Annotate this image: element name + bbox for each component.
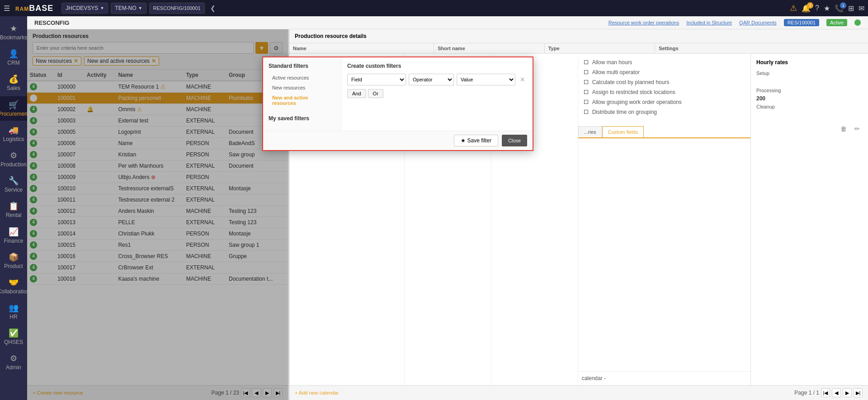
rate-tools: 🗑 ✏ [756,120,863,134]
qhses-icon: ✅ [9,328,19,338]
checkbox-multi-operator[interactable]: ☐ [584,69,589,75]
hourly-rates-title: Hourly rates [756,59,863,66]
filter-active-resources[interactable]: Active resources [269,73,336,83]
calendar-section: calendar - [578,371,750,385]
or-button[interactable]: Or [368,89,383,98]
hr-icon: 👥 [9,303,19,313]
resource-work-order-link[interactable]: Resource work order operations [609,20,679,25]
right-page-next-button[interactable]: ▶ [843,388,852,397]
sidebar-item-admin[interactable]: ⚙ Admin [0,350,27,374]
delete-rate-button[interactable]: 🗑 [838,123,849,134]
checkbox-distribute-time[interactable]: ☐ [584,109,589,115]
right-page-prev-button[interactable]: ◀ [832,388,841,397]
warning-icon: ⚠ [790,3,797,13]
right-page-first-button[interactable]: |◀ [821,388,830,397]
res-badge: RES/100001 [784,19,819,26]
sidebar-item-crm[interactable]: 👤 CRM [0,45,27,70]
logic-buttons: And Or [347,89,527,98]
rate-setup: Setup [756,69,863,77]
bell-icon[interactable]: 🔔 3 [802,4,811,13]
checkbox-man-hours[interactable]: ☐ [584,59,589,66]
operator-select[interactable]: Operator [409,74,454,85]
custom-filter-row: Field Operator Value ✕ [347,74,527,85]
mail-icon[interactable]: ✉ [859,4,864,13]
sidebar-item-qhses[interactable]: ✅ QHSES [0,325,27,349]
close-modal-button[interactable]: Close [502,135,527,146]
setting-distribute-time: ☐ Distribute time on grouping [584,107,745,117]
rate-cleanup-value [756,111,863,120]
value-select[interactable]: Value [457,74,515,85]
setting-restricted-stock: ☐ Assign to restricted stock locations [584,87,745,97]
and-button[interactable]: And [347,89,366,98]
save-filter-button[interactable]: ★ Save filter [454,135,498,146]
settings-section: ☐ Allow man hours ☐ Allow multi operator… [578,54,750,121]
collaboration-icon: 🤝 [9,278,19,287]
sales-icon: 💰 [9,74,19,84]
included-in-structure-link[interactable]: Included in Structure [686,20,732,25]
setting-multi-operator: ☐ Allow multi operator [584,67,745,77]
right-pane-header: Production resource details [289,29,868,43]
logo: RAMBASE [15,4,53,13]
filter-new-resources[interactable]: New resources [269,83,336,93]
split-pane: Production resources ▼ ⚙ New resources ✕… [27,29,868,400]
product-icon: 📦 [9,252,19,262]
main-layout: ★ Bookmarks 👤 CRM 💰 Sales 🛒 Procurement … [0,16,868,400]
right-page-last-button[interactable]: ▶| [854,388,863,397]
sidebar-item-sales[interactable]: 💰 Sales [0,71,27,95]
sidebar-item-product[interactable]: 📦 Product [0,249,27,273]
setting-calc-cost: ☐ Calculate cost by planned hours [584,77,745,87]
sidebar: ★ Bookmarks 👤 CRM 💰 Sales 🛒 Procurement … [0,16,27,400]
sidebar-item-production[interactable]: ⚙ Production [0,147,27,171]
standard-filters-title: Standard filters [269,63,336,69]
saved-filters-title: My saved filters [269,115,336,122]
filter-modal: Standard filters Active resources New re… [262,56,533,151]
tab-custom-fields[interactable]: Custom fields [602,126,644,137]
tab-categories[interactable]: ...ries [578,126,602,137]
phone-icon[interactable]: 📞 1 [835,4,844,13]
logistics-icon: 🚚 [9,125,19,135]
modal-footer: ★ Save filter Close [263,131,533,150]
sidebar-item-procurement[interactable]: 🛒 Procurement [0,96,27,121]
sidebar-item-finance[interactable]: 📈 Finance [0,223,27,248]
add-calendar-link[interactable]: + Add new calendar [295,390,339,395]
star-icon[interactable]: ★ [824,4,830,13]
modal-left: Standard filters Active resources New re… [263,57,342,131]
filter-new-active-resources[interactable]: New and active resources [269,93,336,108]
phone-badge: 1 [840,2,846,9]
sidebar-item-rental[interactable]: 📋 Rental [0,198,27,222]
page-title: RESCONFIG [34,19,69,26]
chevron-down-icon: ▼ [100,6,104,10]
top-bar-right: ⚠ 🔔 3 ? ★ 📞 1 ⊞ ✉ [790,3,864,13]
col-header-type: Type [545,43,655,53]
checkbox-restricted-stock[interactable]: ☐ [584,89,589,95]
grid-icon[interactable]: ⊞ [848,4,854,13]
hourly-rates-panel: Hourly rates Setup Processing 200 Cleanu… [750,54,868,385]
sidebar-item-service[interactable]: 🔧 Service [0,172,27,197]
rate-processing-value: 200 [756,94,863,103]
col-header-name: Name [289,43,434,53]
edit-rate-button[interactable]: ✏ [852,123,863,134]
field-select[interactable]: Field [347,74,406,85]
checkbox-grouping[interactable]: ☐ [584,99,589,105]
sidebar-item-logistics[interactable]: 🚚 Logistics [0,122,27,146]
content-area: RESCONFIG Resource work order operations… [27,16,868,400]
workspace-dropdown[interactable]: JHCDEVSYS ▼ [61,3,108,14]
help-icon[interactable]: ? [815,4,819,12]
rate-processing: Processing [756,86,863,94]
bookmark-icon: ★ [10,24,17,33]
sidebar-item-collaboration[interactable]: 🤝 Collaboration [0,274,27,298]
checkbox-calc-cost[interactable]: ☐ [584,79,589,85]
env-dropdown[interactable]: TEM-NO ▼ [111,3,146,14]
qar-documents-link[interactable]: QAR Documents [739,20,777,25]
rate-cleanup: Cleanup [756,103,863,111]
setting-grouping: ☐ Allow grouping work order operations [584,97,745,107]
star-save-icon: ★ [461,137,466,144]
nav-back-button[interactable]: ❮ [208,4,218,13]
menu-icon[interactable]: ☰ [4,4,10,13]
service-icon: 🔧 [9,176,19,186]
setting-man-hours: ☐ Allow man hours [584,57,745,67]
sidebar-item-hr[interactable]: 👥 HR [0,299,27,324]
sidebar-item-bookmarks[interactable]: ★ Bookmarks [0,20,27,44]
remove-filter-row-button[interactable]: ✕ [518,75,527,84]
rental-icon: 📋 [9,201,19,211]
